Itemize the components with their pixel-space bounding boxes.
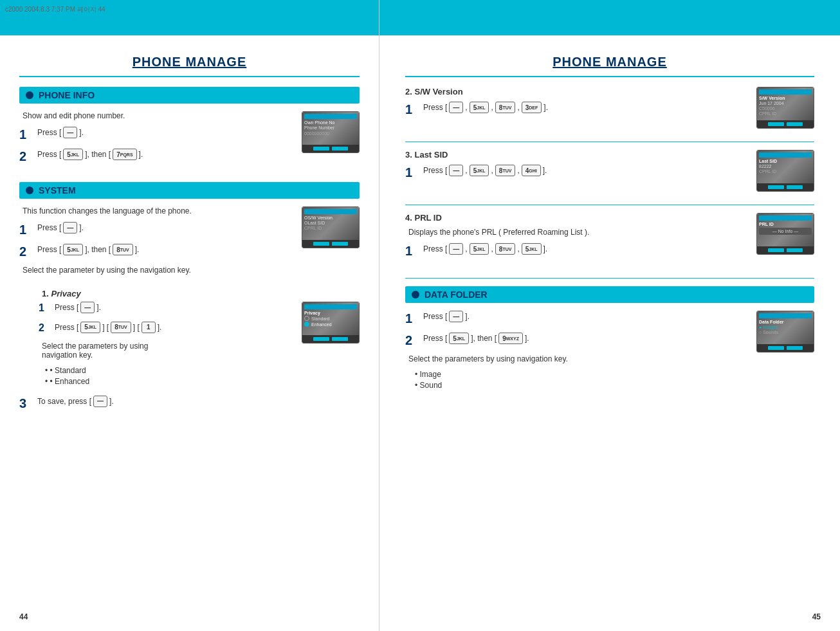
sid-key-menu: — (449, 165, 463, 176)
df-step-1-content: Press [ — ]. (423, 311, 750, 322)
privacy-step-1: 1 Press [ — ]. (39, 302, 295, 315)
screen-bar-1 (304, 114, 357, 119)
data-folder-title: DATA FOLDER (425, 289, 488, 300)
prl-step-content: Press [ — , 5JKL , 8TUV , 5JKL ]. (423, 243, 750, 255)
sw-screen-title: S/W Version (759, 96, 812, 100)
phone-screenshot-priv: Privacy Standard Enhanced (302, 302, 360, 343)
df-step-num-2: 2 (405, 333, 423, 348)
sw-screen-code: C50006 (759, 106, 812, 111)
sys-btn-l (313, 242, 329, 246)
save-step-end: ]. (109, 397, 114, 406)
priv-step-2-end: ]. (158, 323, 162, 332)
df-screen-title: Data Folder (759, 320, 812, 324)
sid-title-text: Last SID (414, 150, 448, 160)
phone-info-step-1: 1 Press [ — ]. (19, 127, 295, 142)
sw-comma-2: , (491, 103, 493, 112)
data-folder-img: Data Folder ● Images ○ Sounds (756, 311, 814, 352)
phone-screenshot-df: Data Folder ● Images ○ Sounds (756, 311, 814, 352)
data-folder-content: 1 Press [ — ]. 2 Press [ 5JKL ], then [ (405, 311, 814, 390)
phone-bottom-prl (757, 246, 814, 254)
key-menu-1: — (63, 127, 77, 138)
system-step-1: 1 Press [ — ]. (19, 222, 295, 237)
phone-info-desc: Show and edit phone number. (23, 111, 295, 120)
sw-key-5: 5JKL (470, 102, 489, 113)
prl-id-img: PRL ID — No Info — (756, 213, 814, 255)
sw-screen-date: Jun 17 2004 (759, 101, 812, 105)
key-5-priv: 5JKL (80, 322, 100, 333)
sw-end: ]. (543, 103, 548, 112)
save-step-content: To save, press [ — ]. (37, 396, 360, 407)
prl-screen-title: PRL ID (759, 222, 812, 226)
step-2-content: Press [ 5JKL ], then [ 7PQRS ]. (37, 149, 295, 160)
df-extra-desc: Select the parameters by using navigatio… (408, 354, 750, 363)
sys-step-2-press: Press [ (37, 245, 61, 254)
left-page: c2000 2004.8.3 7:37 PM 페이지 44 PHONE MANA… (0, 0, 379, 631)
sid-num: 3. (405, 150, 414, 160)
privacy-header: 1. Privacy (42, 289, 360, 298)
df-btn-r (787, 346, 803, 350)
sys-extra-desc: Select the parameter by using the naviga… (23, 266, 295, 275)
key-menu-save: — (93, 396, 107, 407)
df-step-num-1: 1 (405, 311, 423, 326)
priv-step-1-press: Press [ (55, 303, 78, 312)
sw-version-steps: 2. S/W Version 1 Press [ — , 5JKL , 8TUV (405, 87, 756, 123)
df-step-1-end: ]. (465, 312, 470, 321)
sw-press: Press [ (423, 103, 447, 112)
right-page: PHONE MANAGE 2. S/W Version 1 Press [ — … (379, 0, 840, 631)
sid-press: Press [ (423, 166, 447, 175)
prl-id-title: 4. PRL ID (405, 213, 750, 223)
prl-key-menu: — (449, 243, 463, 255)
sep-3 (405, 278, 814, 279)
sw-key-8: 8TUV (495, 102, 516, 113)
system-desc: This function changes the language of th… (23, 206, 295, 215)
last-sid-img: Last SID 82222 CPRL ID (756, 150, 814, 192)
prl-screen-bar (759, 215, 812, 221)
prl-press: Press [ (423, 244, 447, 253)
last-sid-content: 3. Last SID 1 Press [ — , 5JKL , 8TUV , (405, 150, 814, 192)
priv-screen-standard: Standard (311, 316, 329, 321)
right-divider (405, 76, 814, 77)
df-step-2-content: Press [ 5JKL ], then [ 9WXYZ ]. (423, 333, 750, 344)
data-folder-section: DATA FOLDER 1 Press [ — ]. 2 (405, 286, 814, 390)
sid-comma-2: , (491, 166, 493, 175)
sep-1 (405, 142, 814, 142)
sys-screen-bar (304, 209, 357, 214)
step-1-end: ]. (79, 128, 84, 137)
sw-key-3: 3DEF (522, 102, 542, 113)
df-step-2: 2 Press [ 5JKL ], then [ 9WXYZ ]. (405, 333, 750, 348)
sys-screen-title: OS/W Version (304, 215, 357, 220)
data-folder-steps: 1 Press [ — ]. 2 Press [ 5JKL ], then [ (405, 311, 756, 390)
sid-step-1: 1 Press [ — , 5JKL , 8TUV , 4GHI ]. (405, 165, 750, 180)
privacy-img: Privacy Standard Enhanced (302, 302, 360, 343)
system-section: SYSTEM This function changes the languag… (19, 182, 360, 411)
phone-info-bullet (26, 91, 33, 99)
save-step-num: 3 (19, 396, 37, 411)
system-title: SYSTEM (39, 185, 76, 196)
prl-end: ]. (543, 244, 548, 253)
prl-btn-r (787, 248, 803, 252)
privacy-subsection: 1. Privacy 1 Press [ — ]. (39, 289, 360, 388)
phone-bottom-sid (757, 183, 814, 191)
sw-btn-r (787, 122, 803, 126)
phone-screenshot-prl: PRL ID — No Info — (756, 213, 814, 255)
prl-comma-3: , (517, 244, 519, 253)
df-key-menu: — (449, 311, 463, 322)
right-page-title: PHONE MANAGE (405, 55, 814, 69)
priv-screen-enhanced: Enhanced (311, 322, 332, 327)
sid-key-8: 8TUV (495, 165, 516, 176)
sys-step-2-then: ], then [ (85, 245, 111, 254)
sw-num: 2. (405, 87, 414, 96)
prl-desc: Displays the phone's PRL ( Preferred Roa… (408, 228, 750, 237)
sw-screen-prl: CPRL ID (759, 111, 812, 116)
sid-step-content: Press [ — , 5JKL , 8TUV , 4GHI ]. (423, 165, 750, 176)
df-press-1: Press [ (423, 312, 447, 321)
phone-bottom-sw (757, 120, 814, 128)
data-folder-bullet (412, 291, 419, 298)
df-press-2: Press [ (423, 334, 447, 343)
system-header: SYSTEM (19, 182, 360, 199)
df-screen-bar (759, 313, 812, 318)
step-num-2: 2 (19, 149, 37, 164)
phone-info-section: PHONE INFO Show and edit phone number. 1… (19, 87, 360, 170)
save-step-press: To save, press [ (37, 397, 91, 406)
priv-step-2-press: Press [ (55, 323, 78, 332)
